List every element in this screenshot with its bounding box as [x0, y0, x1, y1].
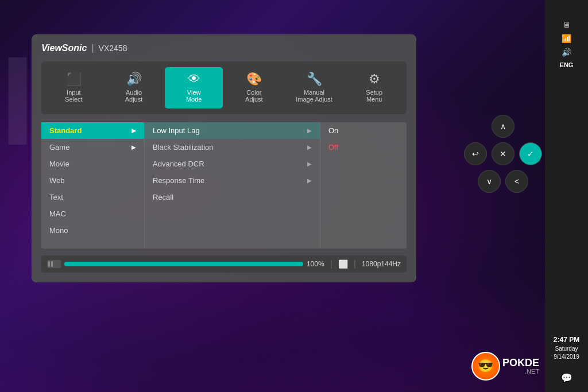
middle-menu-panel: Low Input Lag ▶ Black Stabilization ▶ Ad…: [145, 122, 320, 249]
status-divider2: |: [354, 259, 356, 269]
resolution-icon: ⬜: [338, 259, 348, 269]
manual-image-icon: 🔧: [307, 73, 322, 86]
watermark-emoji: 😎: [478, 359, 493, 374]
sub-item-low-input-lag-label: Low Input Lag: [153, 126, 200, 135]
taskbar-clock: 2:47 PM Saturday 9/14/2019: [554, 335, 579, 361]
nav-buttons-panel: ∧ ↩ ✕ ✓ ∨ <: [464, 115, 542, 193]
audio-adjust-icon: 🔊: [126, 73, 142, 86]
tab-setup-menu[interactable]: ⚙ SetupMenu: [345, 67, 403, 108]
nav-up-button[interactable]: ∧: [492, 115, 514, 138]
menu-item-text-label: Text: [49, 193, 63, 201]
tab-view-mode[interactable]: 👁 ViewMode: [165, 67, 223, 108]
brightness-icon: [47, 260, 61, 268]
nav-back-button[interactable]: ↩: [464, 142, 487, 165]
watermark-avatar: 😎: [471, 352, 500, 381]
color-adjust-icon: 🎨: [246, 73, 262, 86]
taskbar-time-display: 2:47 PM: [554, 335, 579, 345]
sub-item-advanced-dcr[interactable]: Advanced DCR ▶: [145, 156, 320, 172]
value-item-on[interactable]: On: [320, 122, 407, 139]
tab-input-select-label: InputSelect: [65, 89, 83, 103]
menu-item-web-label: Web: [49, 176, 65, 185]
brightness-percent: 100%: [307, 260, 324, 268]
sub-item-advanced-dcr-label: Advanced DCR: [153, 160, 204, 168]
status-divider1: |: [330, 259, 332, 269]
sub-item-response-time[interactable]: Response Time ▶: [145, 172, 320, 189]
tab-color-adjust[interactable]: 🎨 ColorAdjust: [225, 67, 283, 108]
nav-right-col: <: [505, 170, 528, 193]
value-on-label: On: [328, 126, 338, 135]
tab-color-adjust-label: ColorAdjust: [245, 89, 263, 103]
menu-item-movie[interactable]: Movie: [41, 156, 144, 172]
taskbar-right: 🖥 📶 🔊 ENG 2:47 PM Saturday 9/14/2019 💬: [545, 0, 588, 392]
nav-confirm-button[interactable]: ✓: [519, 142, 542, 165]
monitor-osd: ViewSonic | VX2458 ⬛ InputSelect 🔊 Audio…: [32, 34, 416, 282]
watermark-pokde-label: POKDE: [502, 358, 539, 368]
nav-middle-row: ↩ ✕ ✓: [464, 142, 542, 165]
menu-item-web[interactable]: Web: [41, 172, 144, 189]
taskbar-notification-icon[interactable]: 💬: [561, 373, 572, 383]
menu-item-text[interactable]: Text: [41, 189, 144, 205]
nav-down-button[interactable]: ∨: [478, 170, 501, 193]
tab-view-mode-label: ViewMode: [186, 89, 202, 103]
taskbar-volume-icon[interactable]: 🔊: [562, 48, 571, 57]
menu-item-movie-label: Movie: [49, 160, 69, 168]
taskbar-day-display: Saturday: [554, 345, 579, 353]
menu-item-mono[interactable]: Mono: [41, 222, 144, 239]
menu-item-mac[interactable]: MAC: [41, 205, 144, 222]
brightness-fill: [64, 262, 303, 266]
menu-item-game-arrow: ▶: [131, 144, 136, 150]
sub-item-black-stabilization-label: Black Stabilization: [153, 143, 214, 152]
nav-tabs: ⬛ InputSelect 🔊 AudioAdjust 👁 ViewMode 🎨…: [41, 61, 407, 114]
sub-item-low-input-lag-arrow: ▶: [307, 127, 312, 134]
sub-item-response-time-label: Response Time: [153, 176, 204, 185]
input-select-icon: ⬛: [66, 73, 82, 86]
menu-item-standard-label: Standard: [49, 126, 82, 135]
taskbar-network-icon[interactable]: 🖥: [563, 20, 571, 29]
taskbar-wifi-icon[interactable]: 📶: [562, 34, 571, 43]
sub-item-low-input-lag[interactable]: Low Input Lag ▶: [145, 122, 320, 139]
sub-item-advanced-dcr-arrow: ▶: [307, 161, 312, 167]
watermark-net-label: .NET: [502, 368, 539, 375]
menu-item-mono-label: Mono: [49, 226, 68, 235]
sub-item-recall[interactable]: Recall: [145, 189, 320, 205]
sub-item-recall-label: Recall: [153, 193, 173, 201]
sub-item-response-time-arrow: ▶: [307, 177, 312, 184]
taskbar-lang-label[interactable]: ENG: [560, 61, 574, 68]
watermark-text-block: POKDE .NET: [502, 358, 539, 375]
brand-model: VX2458: [99, 44, 127, 53]
watermark: 😎 POKDE .NET: [471, 352, 539, 381]
setup-menu-icon: ⚙: [369, 73, 380, 86]
taskbar-date-display: 9/14/2019: [554, 353, 579, 361]
menu-item-standard[interactable]: Standard ▶: [41, 122, 144, 139]
tab-setup-menu-label: SetupMenu: [366, 89, 382, 103]
content-area: Standard ▶ Game ▶ Movie Web Text MAC Mon…: [41, 122, 407, 249]
tab-manual-image-adjust-label: ManualImage Adjust: [296, 89, 332, 103]
nav-bottom-row: ∨ <: [478, 170, 528, 193]
menu-item-game[interactable]: Game ▶: [41, 139, 144, 156]
value-off-label: Off: [328, 143, 338, 152]
status-bar: 100% | ⬜ | 1080p144Hz: [41, 255, 407, 273]
left-menu-panel: Standard ▶ Game ▶ Movie Web Text MAC Mon…: [41, 122, 145, 249]
brightness-bar: 100%: [47, 260, 324, 268]
tab-input-select[interactable]: ⬛ InputSelect: [45, 67, 103, 108]
brand-divider: |: [91, 43, 94, 53]
sub-item-black-stabilization-arrow: ▶: [307, 144, 312, 150]
brand-logo: ViewSonic: [41, 43, 87, 53]
view-mode-icon: 👁: [188, 73, 200, 86]
menu-item-game-label: Game: [49, 143, 69, 152]
right-value-panel: On Off: [320, 122, 407, 249]
brightness-track: [64, 262, 303, 266]
brand-header: ViewSonic | VX2458: [41, 43, 407, 53]
tab-manual-image-adjust[interactable]: 🔧 ManualImage Adjust: [285, 67, 343, 108]
tab-audio-adjust[interactable]: 🔊 AudioAdjust: [105, 67, 163, 108]
nav-close-button[interactable]: ✕: [492, 142, 514, 165]
sub-item-black-stabilization[interactable]: Black Stabilization ▶: [145, 139, 320, 156]
menu-item-mac-label: MAC: [49, 209, 66, 218]
value-item-off[interactable]: Off: [320, 139, 407, 156]
taskbar-system-icons: 🖥 📶 🔊 ENG: [560, 20, 574, 68]
tab-audio-adjust-label: AudioAdjust: [125, 89, 143, 103]
menu-item-standard-arrow: ▶: [131, 127, 136, 134]
resolution-text: 1080p144Hz: [362, 260, 401, 268]
taskbar-notification-area: 💬: [561, 372, 572, 383]
nav-left-button[interactable]: <: [505, 170, 528, 193]
